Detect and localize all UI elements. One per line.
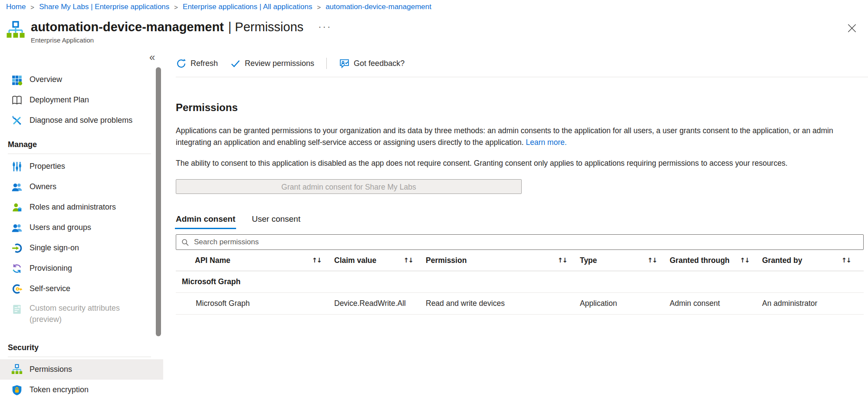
sidebar-item-self-service[interactable]: Self-service [0,279,163,299]
grant-admin-consent-button: Grant admin consent for Share My Labs [176,179,522,194]
more-commands-ellipsis-icon[interactable]: ··· [318,21,332,33]
breadcrumb-current-app[interactable]: automation-device-management [326,3,431,11]
sidebar-item-deployment-plan[interactable]: Deployment Plan [0,90,163,110]
checkmark-icon [230,58,241,69]
cell-permission: Read and write devices [426,293,580,314]
sidebar-item-owners[interactable]: Owners [0,177,163,197]
sort-icon[interactable]: ↑↓ [404,256,413,264]
sidebar-item-overview[interactable]: Overview [0,69,163,90]
breadcrumb-home[interactable]: Home [6,3,26,11]
consent-tabs: Admin consent User consent [176,214,864,229]
sidebar-item-token-encryption[interactable]: Token encryption [0,380,163,397]
page-title-section: | Permissions [228,20,304,34]
sidebar: Overview Deployment Plan Diagnose and so… [0,50,163,397]
search-icon [181,238,190,247]
sidebar-item-permissions[interactable]: Permissions [0,359,163,380]
review-permissions-button[interactable]: Review permissions [230,58,314,69]
breadcrumb-all-applications[interactable]: Enterprise applications | All applicatio… [183,3,312,11]
table-header-row: API Name ↑↓ Claim value ↑↓ Permission ↑↓… [176,250,864,271]
sort-icon[interactable]: ↑↓ [558,256,567,264]
breadcrumb-enterprise-applications[interactable]: Share My Labs | Enterprise applications [39,3,169,11]
toolbar-divider [326,58,327,69]
breadcrumb-separator: > [317,3,321,11]
sort-icon[interactable]: ↑↓ [648,256,657,264]
toolbar: Refresh Review permissions Got feedback? [176,50,868,77]
sliders-icon [11,161,23,172]
sidebar-section-manage: Manage [0,131,163,154]
cell-granted-by: An administrator [762,293,864,314]
sort-icon[interactable]: ↑↓ [842,256,851,264]
sidebar-section-security: Security [0,328,163,357]
book-icon [11,95,23,106]
key-circle-icon [11,283,23,295]
sync-arrows-icon [11,263,23,274]
sidebar-item-custom-security-attributes: Custom security attributes (preview) [0,299,163,328]
page-title: automation-device-management [31,20,224,34]
sidebar-item-users-groups[interactable]: Users and groups [0,217,163,238]
person-cube-icon [11,202,23,213]
tools-icon [11,115,23,126]
column-header-claim-value[interactable]: Claim value ↑↓ [334,250,426,271]
table-group-header: Microsoft Graph [176,271,864,293]
refresh-button[interactable]: Refresh [176,58,218,69]
tab-user-consent[interactable]: User consent [252,214,300,229]
close-icon[interactable] [846,23,858,34]
column-header-granted-through[interactable]: Granted through ↑↓ [670,250,762,271]
sort-icon[interactable]: ↑↓ [740,256,749,264]
cell-api-name: Microsoft Graph [176,293,334,314]
breadcrumb: Home > Share My Labs | Enterprise applic… [6,3,431,11]
consent-note: The ability to consent to this applicati… [176,157,864,169]
intro-paragraph: Applications can be granted permissions … [176,125,864,148]
attributes-document-icon [11,304,23,315]
breadcrumb-separator: > [30,3,34,11]
learn-more-link[interactable]: Learn more. [526,138,566,147]
divider [8,154,151,154]
sort-icon[interactable]: ↑↓ [312,256,321,264]
column-header-api-name[interactable]: API Name ↑↓ [176,250,334,271]
permissions-content: Permissions Applications can be granted … [163,102,868,315]
column-header-permission[interactable]: Permission ↑↓ [426,250,580,271]
column-header-type[interactable]: Type ↑↓ [580,250,670,271]
feedback-person-icon [339,58,350,69]
cell-claim-value: Device.ReadWrite.All [334,293,426,314]
table-row: Microsoft Graph Device.ReadWrite.All Rea… [176,293,864,315]
collapse-sidebar-icon[interactable]: « [149,52,155,62]
sso-arrow-icon [11,243,23,254]
people-icon [11,222,23,233]
feedback-button[interactable]: Got feedback? [339,58,404,69]
sidebar-item-roles-administrators[interactable]: Roles and administrators [0,197,163,217]
divider [8,357,151,357]
sidebar-item-single-sign-on[interactable]: Single sign-on [0,238,163,258]
section-heading: Permissions [176,102,864,114]
overview-icon [11,74,23,85]
permissions-orgchart-icon [11,364,23,375]
enterprise-app-orgchart-icon [6,21,25,40]
cell-granted-through: Admin consent [670,293,762,314]
tab-admin-consent[interactable]: Admin consent [176,214,235,229]
breadcrumb-separator: > [174,3,178,11]
main-panel: Refresh Review permissions Got feedback?… [163,50,868,397]
search-permissions-box [176,234,864,250]
page-subtitle: Enterprise Application [31,36,332,44]
people-icon [11,181,23,193]
blade-header: automation-device-management | Permissio… [6,16,332,44]
search-input[interactable] [193,237,859,247]
sidebar-item-properties[interactable]: Properties [0,156,163,177]
sidebar-item-diagnose[interactable]: Diagnose and solve problems [0,110,163,131]
shield-lock-icon [11,384,23,396]
sidebar-scrollbar[interactable] [156,67,161,336]
cell-type: Application [580,293,670,314]
column-header-granted-by[interactable]: Granted by ↑↓ [762,250,864,271]
refresh-icon [176,58,187,69]
sidebar-item-provisioning[interactable]: Provisioning [0,258,163,279]
